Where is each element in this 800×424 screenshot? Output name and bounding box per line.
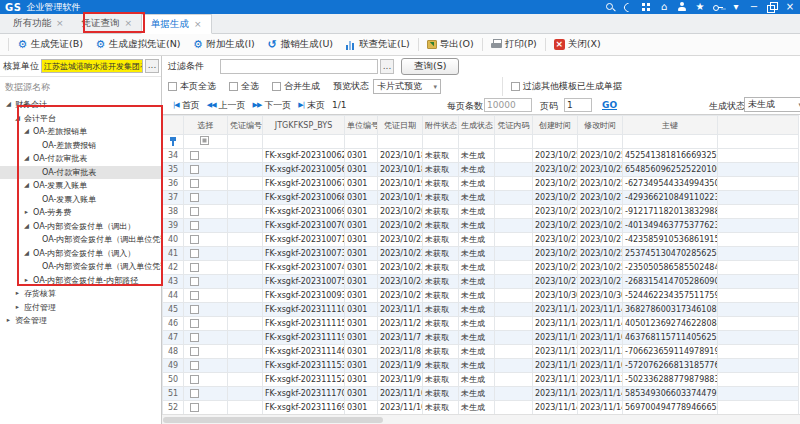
table-row[interactable]: 51FK-xsgkf-20231117003012023/11/10未获取未生成… <box>163 387 799 401</box>
table-row[interactable]: 45FK-xsgkf-20231111003012023/11/1未获取未生成2… <box>163 303 799 317</box>
table-row[interactable]: 50FK-xsgkf-20231115203012023/11/9未获取未生成2… <box>163 373 799 387</box>
next-page-icon[interactable]: ▶▶ <box>253 101 262 109</box>
tab-close-icon[interactable]: × <box>56 18 64 28</box>
last-page-icon[interactable]: ▶| <box>298 101 304 109</box>
column-header-单位编号[interactable]: 单位编号 <box>345 116 378 135</box>
table-row[interactable]: 39FK-xsgkf-20231007003012023/10/20未获取未生成… <box>163 219 799 233</box>
tree-expanded-icon[interactable]: ◢ <box>13 112 22 126</box>
tree-expanded-icon[interactable]: ◢ <box>22 247 31 261</box>
row-checkbox[interactable] <box>190 319 199 328</box>
select-all-checkbox[interactable] <box>229 82 238 91</box>
tab-close-icon[interactable]: × <box>194 19 202 29</box>
additional-generate-button[interactable]: ⚙附加生成(I) <box>186 38 260 51</box>
table-row[interactable]: 34FK-xsgkf-20231006203012023/10/18未获取未生成… <box>163 149 799 163</box>
column-header-附件状态[interactable]: 附件状态 <box>423 116 459 135</box>
table-row[interactable]: 47FK-xsgkf-20231111903012023/11/7未获取未生成2… <box>163 331 799 345</box>
row-checkbox[interactable] <box>190 375 199 384</box>
search-icon[interactable] <box>605 2 615 12</box>
page-number-input[interactable]: 1 <box>564 98 592 112</box>
column-header-修改时间[interactable]: 修改时间 <box>578 116 623 135</box>
tree-node[interactable]: ▸OA-劳务费 <box>0 206 161 220</box>
row-checkbox[interactable] <box>190 263 199 272</box>
select-page-all-checkbox[interactable] <box>168 82 177 91</box>
tree-node[interactable]: ▸存货核算 <box>0 287 161 301</box>
key-icon[interactable] <box>713 2 723 12</box>
row-checkbox[interactable] <box>190 277 199 286</box>
row-checkbox[interactable] <box>190 389 199 398</box>
row-checkbox[interactable] <box>190 333 199 342</box>
merge-generate-checkbox[interactable] <box>272 82 281 91</box>
phone-icon[interactable] <box>623 2 633 12</box>
home-icon[interactable]: ⌂ <box>659 2 669 12</box>
close-icon[interactable]: × <box>785 2 795 12</box>
tree-collapsed-icon[interactable]: ▸ <box>13 301 22 315</box>
generate-virtual-voucher-button[interactable]: ⚙生成虚拟凭证(N) <box>89 38 187 51</box>
accounting-unit-field[interactable]: 江苏盐城港响水港开发集团有限公司 <box>41 59 143 73</box>
merge-generate-option[interactable]: 合并生成 <box>272 80 320 93</box>
row-checkbox[interactable] <box>190 179 199 188</box>
table-row[interactable]: 52FK-xsgkf-20231116903012023/11/10未获取未生成… <box>163 401 799 415</box>
column-header-创建时间[interactable]: 创建时间 <box>533 116 578 135</box>
column-header-生成状态[interactable]: 生成状态 <box>459 116 495 135</box>
select-page-all-option[interactable]: 本页全选 <box>168 80 216 93</box>
next-page-button[interactable]: 下一页 <box>264 99 291 112</box>
tree-collapsed-icon[interactable]: ▸ <box>4 314 13 328</box>
favorites-star-icon[interactable]: ★ <box>695 2 705 12</box>
tree-node[interactable]: ◢OA-差旅报销单 <box>0 125 161 139</box>
row-checkbox[interactable] <box>190 249 199 258</box>
table-row[interactable]: 48FK-xsgkf-20231114603012023/11/8未获取未生成2… <box>163 345 799 359</box>
go-link[interactable]: GO <box>602 100 617 110</box>
linked-query-voucher-button[interactable]: 联查凭证(L) <box>339 38 416 51</box>
table-row[interactable]: 43FK-xsgkf-20231007503012023/10/24未获取未生成… <box>163 275 799 289</box>
first-page-button[interactable]: 首页 <box>182 99 200 112</box>
table-row[interactable]: 44FK-xsgkf-20231009303012023/10/27未获取未生成… <box>163 289 799 303</box>
tab-所有功能[interactable]: 所有功能× <box>4 13 73 33</box>
tree-expanded-icon[interactable]: ◢ <box>4 98 13 112</box>
tree-collapsed-icon[interactable]: ▸ <box>13 287 22 301</box>
prev-page-button[interactable]: 上一页 <box>219 99 246 112</box>
row-checkbox[interactable] <box>190 165 199 174</box>
minimize-icon[interactable]: − <box>749 2 759 12</box>
table-row[interactable]: 40FK-xsgkf-20231007103012023/10/23未获取未生成… <box>163 233 799 247</box>
tab-close-icon[interactable]: × <box>125 18 133 28</box>
tree-collapsed-icon[interactable]: ▸ <box>22 206 31 220</box>
accounting-unit-picker-button[interactable]: ... <box>145 59 159 73</box>
horizontal-scrollbar[interactable] <box>162 414 800 424</box>
tree-node[interactable]: ◢OA-内部资金拨付单（调入） <box>0 247 161 261</box>
tree-node[interactable]: OA-差旅费报销 <box>0 139 161 153</box>
generate-status-select[interactable]: 未生成 ▾ <box>744 97 800 112</box>
select-all-option[interactable]: 全选 <box>229 80 259 93</box>
per-page-input[interactable]: 10000 <box>484 98 532 112</box>
preview-status-select[interactable]: 卡片式预览 ▾ <box>373 79 441 94</box>
filter-generated-checkbox[interactable] <box>511 82 520 91</box>
tree-node[interactable]: ▸应付管理 <box>0 301 161 315</box>
user-icon[interactable] <box>677 2 687 12</box>
tree-expanded-icon[interactable]: ◢ <box>22 152 31 166</box>
table-row[interactable]: 38FK-xsgkf-20231006903012023/10/20未获取未生成… <box>163 205 799 219</box>
last-page-button[interactable]: 末页 <box>307 99 325 112</box>
column-header-凭证日期[interactable]: 凭证日期 <box>378 116 423 135</box>
column-header-凭证编号[interactable]: 凭证编号 <box>228 116 263 135</box>
row-checkbox[interactable] <box>190 305 199 314</box>
grid-select-all-checkbox[interactable] <box>200 136 209 145</box>
row-checkbox[interactable] <box>190 291 199 300</box>
tree-expanded-icon[interactable]: ◢ <box>22 179 31 193</box>
filter-pin-icon[interactable] <box>169 137 177 147</box>
tree-node[interactable]: ◢OA-内部资金拨付单（调出） <box>0 220 161 234</box>
table-row[interactable]: 41FK-xsgkf-20231007303012023/10/23未获取未生成… <box>163 247 799 261</box>
splitter-handle[interactable] <box>160 244 164 260</box>
row-checkbox[interactable] <box>190 151 199 160</box>
row-checkbox[interactable] <box>190 221 199 230</box>
tree-collapsed-icon[interactable]: ▸ <box>22 274 31 288</box>
tree-node[interactable]: OA-内部资金拨付单（调入单位凭证） <box>0 260 161 274</box>
row-checkbox[interactable] <box>190 193 199 202</box>
tree-node[interactable]: OA-发票入账单 <box>0 193 161 207</box>
tree-node[interactable]: ◢财务会计 <box>0 98 161 112</box>
export-button[interactable]: 导出(O) <box>421 38 480 51</box>
filter-condition-input[interactable] <box>220 59 378 74</box>
row-checkbox[interactable] <box>190 361 199 370</box>
row-checkbox[interactable] <box>190 235 199 244</box>
close-module-button[interactable]: ×关闭(X) <box>548 38 607 51</box>
tree-node[interactable]: ▸OA-内部资金拨付单-内部路径 <box>0 274 161 288</box>
row-checkbox[interactable] <box>190 403 199 412</box>
